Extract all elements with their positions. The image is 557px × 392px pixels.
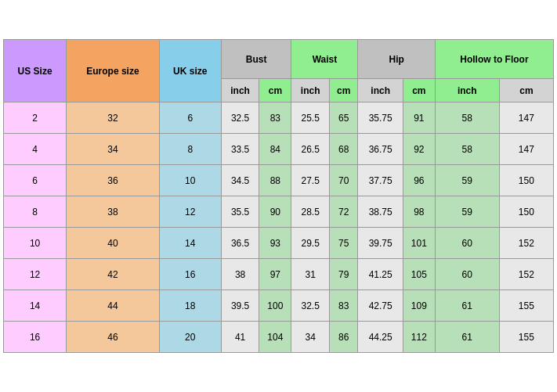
table-cell: 32.5	[291, 290, 330, 322]
table-cell: 42	[67, 259, 159, 290]
table-cell: 152	[499, 228, 553, 259]
size-chart-wrapper: US Size Europe size UK size Bust Waist H…	[0, 36, 557, 356]
table-cell: 25.5	[291, 102, 330, 134]
table-cell: 12	[159, 196, 221, 228]
table-cell: 26.5	[291, 134, 330, 165]
table-cell: 16	[159, 259, 221, 290]
table-cell: 83	[259, 102, 291, 134]
table-cell: 4	[4, 134, 67, 165]
table-cell: 40	[67, 228, 159, 259]
table-cell: 83	[329, 290, 358, 322]
table-row: 6361034.58827.57037.759659150	[4, 165, 554, 196]
table-cell: 97	[259, 259, 291, 290]
table-cell: 98	[403, 196, 435, 228]
header-waist: Waist	[291, 40, 358, 79]
table-cell: 90	[259, 196, 291, 228]
table-cell: 35.75	[358, 102, 403, 134]
table-cell: 38.75	[358, 196, 403, 228]
table-row: 10401436.59329.57539.7510160152	[4, 228, 554, 259]
h2f-cm-header: cm	[499, 79, 553, 102]
table-cell: 58	[435, 102, 499, 134]
table-cell: 34	[291, 322, 330, 353]
table-cell: 36.75	[358, 134, 403, 165]
table-cell: 75	[329, 228, 358, 259]
table-cell: 42.75	[358, 290, 403, 322]
table-cell: 100	[259, 290, 291, 322]
table-cell: 79	[329, 259, 358, 290]
table-cell: 2	[4, 102, 67, 134]
table-cell: 39.5	[221, 290, 259, 322]
table-cell: 46	[67, 322, 159, 353]
table-cell: 33.5	[221, 134, 259, 165]
table-cell: 6	[4, 165, 67, 196]
table-cell: 29.5	[291, 228, 330, 259]
header-bust: Bust	[221, 40, 291, 79]
table-cell: 96	[403, 165, 435, 196]
table-cell: 37.75	[358, 165, 403, 196]
table-cell: 8	[4, 196, 67, 228]
table-cell: 60	[435, 259, 499, 290]
table-cell: 36	[67, 165, 159, 196]
table-cell: 32	[67, 102, 159, 134]
table-cell: 35.5	[221, 196, 259, 228]
table-cell: 147	[499, 134, 553, 165]
header-h2f: Hollow to Floor	[435, 40, 553, 79]
table-cell: 155	[499, 290, 553, 322]
table-cell: 41	[221, 322, 259, 353]
bust-inch-header: inch	[221, 79, 259, 102]
header-uk: UK size	[159, 40, 221, 102]
table-cell: 101	[403, 228, 435, 259]
table-cell: 58	[435, 134, 499, 165]
table-cell: 8	[159, 134, 221, 165]
table-cell: 44.25	[358, 322, 403, 353]
table-cell: 150	[499, 165, 553, 196]
header-us: US Size	[4, 40, 67, 102]
table-cell: 14	[4, 290, 67, 322]
header-hip: Hip	[358, 40, 435, 79]
table-cell: 93	[259, 228, 291, 259]
table-cell: 16	[4, 322, 67, 353]
table-row: 8381235.59028.57238.759859150	[4, 196, 554, 228]
table-cell: 105	[403, 259, 435, 290]
table-cell: 84	[259, 134, 291, 165]
table-cell: 38	[67, 196, 159, 228]
table-row: 16462041104348644.2511261155	[4, 322, 554, 353]
table-cell: 68	[329, 134, 358, 165]
waist-cm-header: cm	[329, 79, 358, 102]
header-eu: Europe size	[67, 40, 159, 102]
waist-inch-header: inch	[291, 79, 330, 102]
h2f-inch-header: inch	[435, 79, 499, 102]
table-cell: 60	[435, 228, 499, 259]
table-cell: 28.5	[291, 196, 330, 228]
table-cell: 86	[329, 322, 358, 353]
table-row: 14441839.510032.58342.7510961155	[4, 290, 554, 322]
table-cell: 31	[291, 259, 330, 290]
table-row: 434833.58426.56836.759258147	[4, 134, 554, 165]
table-cell: 155	[499, 322, 553, 353]
table-cell: 34.5	[221, 165, 259, 196]
table-cell: 109	[403, 290, 435, 322]
table-cell: 92	[403, 134, 435, 165]
table-cell: 44	[67, 290, 159, 322]
table-cell: 34	[67, 134, 159, 165]
table-cell: 12	[4, 259, 67, 290]
table-cell: 41.25	[358, 259, 403, 290]
hip-cm-header: cm	[403, 79, 435, 102]
table-cell: 91	[403, 102, 435, 134]
table-cell: 147	[499, 102, 553, 134]
hip-inch-header: inch	[358, 79, 403, 102]
table-cell: 10	[159, 165, 221, 196]
table-cell: 61	[435, 290, 499, 322]
table-cell: 70	[329, 165, 358, 196]
table-row: 1242163897317941.2510560152	[4, 259, 554, 290]
table-cell: 65	[329, 102, 358, 134]
table-cell: 112	[403, 322, 435, 353]
table-cell: 6	[159, 102, 221, 134]
main-header-row: US Size Europe size UK size Bust Waist H…	[4, 40, 554, 79]
table-cell: 72	[329, 196, 358, 228]
table-cell: 14	[159, 228, 221, 259]
size-chart-table: US Size Europe size UK size Bust Waist H…	[3, 39, 554, 353]
table-cell: 61	[435, 322, 499, 353]
table-cell: 27.5	[291, 165, 330, 196]
table-cell: 59	[435, 196, 499, 228]
